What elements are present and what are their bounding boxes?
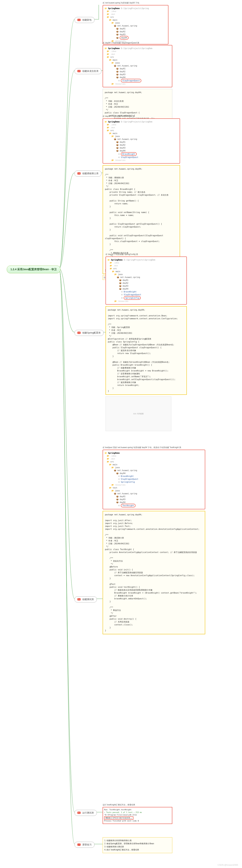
b6-content: 运行`testKnight()`测试方法，查看结果 Run: TestKnigh…: [103, 804, 172, 824]
b7-content: 1. 创建救美任务类和救美骑士类2. 修改Spring配置类，管理救美任务Bea…: [103, 837, 172, 853]
b5-tree: 📁 SpringDemo 📂 .idea📂 .mvn📂 src📂 main📂 j…: [103, 450, 205, 509]
branch-num: 2: [77, 70, 81, 72]
branch-num: 6: [77, 812, 81, 814]
branch-label: 创建Spring配置类: [82, 332, 101, 334]
branch-7[interactable]: 7 课堂练习: [75, 842, 95, 848]
b1-tree: 📁 SpringDemo D:\SpringProjects\Spring📂 .…: [103, 5, 168, 44]
watermark: CSDN @howard2005: [218, 864, 238, 866]
branch-label: 创建杀龙任务类: [82, 70, 99, 72]
branch-num: 5: [77, 598, 81, 600]
b1-caption: 在`net.huawei.spring`包里创建`day04`子包: [103, 2, 168, 4]
branch-label: 创建测试类: [82, 598, 94, 601]
branch-2[interactable]: 2 创建杀龙任务类: [75, 68, 102, 74]
b5-content: 在`test/java`里的`net.huawei.spring`包里创建`da…: [103, 446, 205, 634]
b2-tree: 📁 SpringDemo D:\SpringProjects\SpringDem…: [103, 45, 172, 87]
b3-caption: 在`day04`子包里创建`BraveKnight`类: [103, 115, 180, 118]
run-header: Run: TestKnight.testKnight: [104, 808, 171, 811]
branch-num: 1: [77, 19, 81, 21]
b7-list: 1. 创建救美任务类和救美骑士类2. 修改Spring配置类，管理救美任务Bea…: [103, 837, 172, 853]
branch-5[interactable]: 5 创建测试类: [75, 596, 97, 602]
b3-tree: 📁 SpringDemo D:\SpringProjects\SpringDem…: [103, 118, 180, 164]
branch-4[interactable]: 4 创建Spring配置类: [75, 330, 104, 336]
run-exit: Process finished with exit code 0: [104, 820, 171, 823]
branch-label: 课堂练习: [82, 843, 91, 846]
b1-content: 在`net.huawei.spring`包里创建`day04`子包 📁 Spri…: [103, 2, 168, 44]
b2-caption: 在`day04`子包里创建`SlayDragonQuest`类: [103, 41, 172, 44]
b4-tree: 📁 SpringDemo D:\SpringProjects\SpringDem…: [106, 256, 187, 305]
branch-3[interactable]: 3 创建勇敢骑士类: [75, 170, 102, 177]
branch-label: 创建新包: [82, 19, 91, 21]
branch-1[interactable]: 1 创建新包: [75, 17, 95, 23]
run-status: ✓ Tests passed: 1 of 1 test – 213 ms: [104, 811, 171, 814]
b4-code: package net.huawei.spring.day04; import …: [106, 306, 187, 395]
branch-6[interactable]: 6 运行测试类: [75, 810, 97, 816]
b4-content: 在`day04`子包里创建`SpringConfig`类 📁 SpringDem…: [106, 253, 187, 431]
run-output: 勇敢骑士[罗宾汉]执行杀龙任务……: [104, 816, 133, 820]
screenshot-label: IDE 代码截图: [133, 412, 144, 415]
b5-caption: 在`test/java`里的`net.huawei.spring`包里创建`da…: [103, 446, 205, 449]
b6-caption: 运行`testKnight()`测试方法，查看结果: [103, 804, 172, 806]
root-node: 1.2.4 采用Java配置类管理Bean - 华卫: [7, 266, 60, 273]
b5-code: package net.huawei.spring.day04; import …: [103, 511, 205, 634]
branch-num: 3: [77, 172, 81, 175]
b4-screenshot: IDE 代码截图: [106, 396, 171, 431]
b6-runbox: Run: TestKnight.testKnight ✓ Tests passe…: [103, 807, 172, 824]
branch-num: 4: [77, 332, 81, 334]
b4-caption: 在`day04`子包里创建`SpringConfig`类: [106, 253, 187, 256]
root-title: 1.2.4 采用Java配置类管理Bean - 华卫: [10, 268, 57, 271]
branch-label: 创建勇敢骑士类: [82, 172, 99, 175]
run-jdk: "D:\Program Files\Java\jdk-21\b: [104, 814, 171, 816]
branch-label: 运行测试类: [82, 811, 94, 814]
branch-num: 7: [77, 843, 81, 846]
